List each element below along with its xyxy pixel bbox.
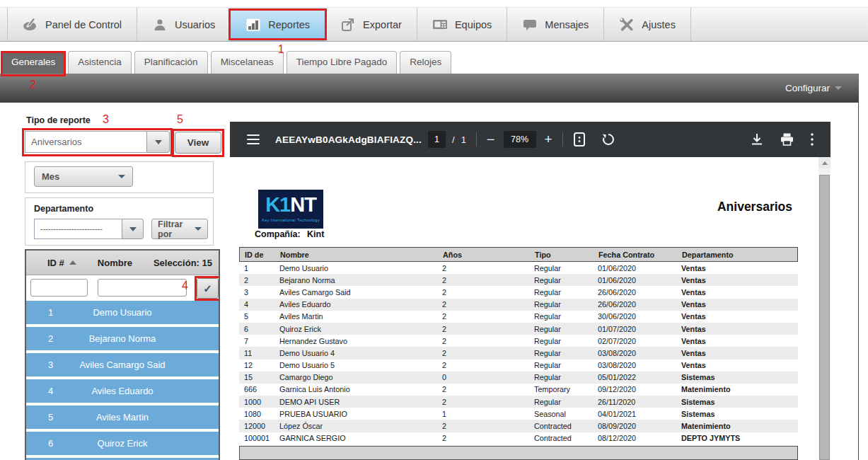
report-table: ID de Nombre Años Tipo Fecha Contrato De… bbox=[239, 247, 798, 460]
report-type-dropdown-button[interactable] bbox=[146, 131, 170, 153]
page-separator: / bbox=[452, 134, 455, 145]
employee-row[interactable]: 3Aviles Camargo Said bbox=[26, 353, 219, 376]
report-table-cell: 15 bbox=[239, 373, 274, 381]
message-icon bbox=[522, 18, 538, 32]
employee-name: Aviles Martin bbox=[26, 412, 219, 422]
report-table-cell: Ventas bbox=[676, 276, 798, 284]
nav-item-exportar[interactable]: Exportar bbox=[325, 8, 417, 41]
print-icon[interactable] bbox=[780, 133, 794, 146]
download-icon[interactable] bbox=[751, 133, 763, 146]
report-table-cell: 12 bbox=[239, 361, 274, 369]
tab-asistencia[interactable]: Asistencia bbox=[68, 51, 132, 74]
employee-rows: 1Demo Usuario2Bejarano Norma3Aviles Cama… bbox=[26, 301, 219, 460]
nav-item-ajustes[interactable]: Ajustes bbox=[604, 8, 691, 41]
report-type-select[interactable]: Aniversarios bbox=[25, 131, 170, 153]
id-column-header[interactable]: ID # bbox=[47, 258, 76, 268]
nav-item-reportes[interactable]: Reportes 1 bbox=[231, 8, 325, 41]
report-table-cell: 2 bbox=[437, 300, 529, 309]
report-table-row: 100001GARNICA SERGIO2Contracted08/12/202… bbox=[239, 432, 798, 444]
rotate-icon[interactable] bbox=[601, 132, 615, 146]
report-table-cell: PRUEBA USUARIO bbox=[274, 410, 437, 418]
view-button[interactable]: View bbox=[175, 132, 221, 154]
scrollbar-thumb[interactable] bbox=[819, 175, 830, 460]
user-icon bbox=[152, 18, 168, 32]
configure-menu[interactable]: Configurar bbox=[785, 74, 842, 103]
report-table-cell: Regular bbox=[529, 373, 593, 381]
scroll-up-icon[interactable] bbox=[818, 157, 831, 168]
report-table-row: 1Demo Usuario2Regular01/06/2020Ventas bbox=[239, 262, 798, 274]
pdf-zoom-level[interactable]: 78% bbox=[504, 131, 536, 148]
department-dropdown-button[interactable] bbox=[122, 219, 144, 239]
report-table-cell: Demo Usuario bbox=[274, 264, 437, 272]
report-table-cell: 05/01/2022 bbox=[593, 373, 676, 381]
nav-item-mensajes[interactable]: Mensajes bbox=[507, 8, 604, 41]
employee-row[interactable]: 5Aviles Martin bbox=[26, 406, 219, 429]
nav-item-usuarios[interactable]: Usuarios bbox=[137, 8, 231, 41]
device-icon bbox=[432, 18, 448, 32]
report-table-cell: DEMO API USER bbox=[274, 398, 437, 406]
column-header: Fecha Contrato bbox=[594, 251, 677, 259]
report-table-cell: Matenimiento bbox=[676, 422, 798, 430]
report-table-cell: López Óscar bbox=[274, 422, 437, 430]
pdf-current-page-input[interactable]: 1 bbox=[428, 131, 446, 148]
employee-name: Quiroz Erick bbox=[26, 438, 219, 449]
tab-label: Asistencia bbox=[78, 57, 122, 67]
nav-item-panel-de-control[interactable]: Panel de Control bbox=[7, 8, 137, 41]
toolbar-divider bbox=[562, 132, 563, 146]
report-table-cell: Sistemas bbox=[676, 398, 798, 406]
report-table-row: 12000López Óscar2Contracted08/09/2020Mat… bbox=[239, 420, 798, 432]
zoom-out-icon[interactable]: − bbox=[487, 132, 495, 148]
report-table-cell: 1 bbox=[437, 410, 529, 418]
zoom-in-icon[interactable]: + bbox=[545, 132, 552, 147]
id-filter-input[interactable] bbox=[30, 279, 88, 297]
report-table-row: 3Aviles Camargo Said2Regular26/06/2020Ve… bbox=[239, 286, 798, 298]
report-table-cell: Sistemas bbox=[676, 373, 798, 381]
logo-tagline: Key International Technology bbox=[258, 218, 323, 222]
report-table-cell: 2 bbox=[437, 434, 529, 442]
report-table-cell: 3 bbox=[239, 288, 274, 297]
fit-to-page-icon[interactable] bbox=[573, 132, 586, 146]
nav-item-label: Mensajes bbox=[545, 19, 589, 30]
department-select[interactable]: ------------------------ bbox=[34, 219, 144, 239]
tab-tiempo-libre-pagado[interactable]: Tiempo Libre Pagado bbox=[287, 51, 398, 74]
report-table-cell: Regular bbox=[529, 312, 593, 321]
nav-item-equipos[interactable]: Equipos bbox=[417, 8, 507, 41]
period-select[interactable]: Mes bbox=[34, 166, 133, 187]
configure-label: Configurar bbox=[785, 74, 830, 103]
pdf-page-count: 1 bbox=[461, 134, 466, 145]
report-table-row: 4Aviles Eduardo2Regular26/06/2020Ventas bbox=[239, 299, 798, 311]
tab-generales[interactable]: Generales bbox=[1, 51, 65, 74]
pdf-scrollbar[interactable] bbox=[818, 157, 831, 460]
report-table-cell: Ventas bbox=[676, 361, 798, 369]
employee-row[interactable]: 1Demo Usuario bbox=[26, 301, 219, 324]
column-header: Nombre bbox=[275, 251, 438, 259]
select-all-checkbox[interactable]: ✓ bbox=[197, 278, 219, 299]
chevron-down-icon bbox=[155, 140, 162, 144]
report-table-cell: 26/06/2020 bbox=[593, 288, 676, 297]
name-column-header[interactable]: Nombre bbox=[76, 258, 154, 268]
chevron-down-icon bbox=[195, 227, 202, 231]
report-table-row: 11Demo Usuario 42Regular03/08/2020Ventas bbox=[239, 347, 798, 359]
chevron-down-icon bbox=[129, 227, 137, 231]
department-panel: Departamento ------------------------ Fi… bbox=[25, 197, 214, 246]
report-table-cell: 30/06/2020 bbox=[593, 312, 676, 321]
logo-text-primary: K1 bbox=[265, 193, 290, 216]
report-table-row: 666Garnica Luis Antonio2Temporary09/12/2… bbox=[239, 384, 798, 396]
report-table-cell: Aviles Eduardo bbox=[274, 300, 437, 309]
report-table-cell: 08/09/2020 bbox=[593, 422, 676, 430]
filter-by-button[interactable]: Filtrar por bbox=[151, 219, 208, 239]
name-filter-input[interactable] bbox=[98, 279, 187, 297]
report-table-footer bbox=[239, 446, 798, 460]
company-label: Compañía: bbox=[255, 229, 301, 239]
tab-relojes[interactable]: Relojes bbox=[400, 51, 451, 74]
menu-icon[interactable] bbox=[247, 134, 260, 144]
report-table-cell: 2 bbox=[437, 337, 529, 345]
employee-row[interactable]: 6Quiroz Erick bbox=[26, 432, 219, 455]
employee-row[interactable]: 2Bejarano Norma bbox=[26, 327, 219, 350]
more-options-icon[interactable] bbox=[811, 133, 814, 146]
report-table-cell: 2 bbox=[437, 398, 529, 406]
employee-row[interactable]: 4Aviles Eduardo bbox=[26, 379, 219, 403]
tab-miscelaneas[interactable]: Miscelaneas bbox=[211, 51, 284, 74]
tab-planificacion[interactable]: Planificación bbox=[134, 51, 208, 74]
pdf-viewer: AEEAYwB0AGkAdgBlAFIAZQ... 1 / 1 − 78% + … bbox=[230, 122, 831, 460]
